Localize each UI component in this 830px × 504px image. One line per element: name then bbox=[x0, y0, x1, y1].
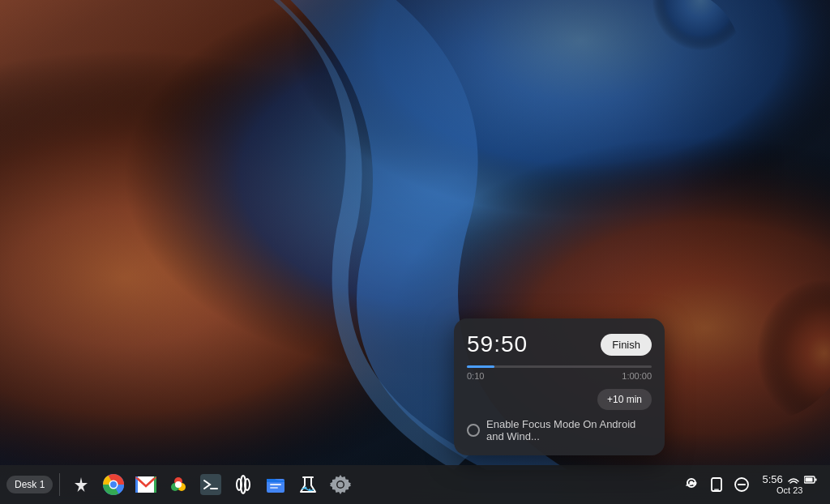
desk-pill[interactable]: Desk 1 bbox=[6, 476, 53, 493]
time-value: 5:56 bbox=[762, 473, 782, 485]
datetime-block[interactable]: 5:56 Oct 23 bbox=[755, 472, 824, 498]
svg-rect-41 bbox=[806, 478, 813, 482]
timer-end-label: 1:00:00 bbox=[622, 371, 652, 381]
dnd-tray-button[interactable] bbox=[729, 474, 754, 495]
taskbar-divider-1 bbox=[59, 473, 60, 496]
add-time-button[interactable]: +10 min bbox=[597, 389, 652, 410]
launcher-icon[interactable] bbox=[66, 470, 96, 499]
lock-tray-button[interactable] bbox=[679, 474, 704, 495]
photos-icon[interactable] bbox=[164, 470, 193, 499]
timer-progress-labels: 0:10 1:00:00 bbox=[467, 371, 652, 381]
timer-progress-fill bbox=[467, 365, 494, 368]
svg-rect-8 bbox=[0, 0, 830, 504]
terminal-icon[interactable] bbox=[196, 470, 225, 499]
svg-point-31 bbox=[338, 482, 344, 488]
system-tray: 5:56 Oct 23 bbox=[679, 472, 824, 498]
timer-start-label: 0:10 bbox=[467, 371, 484, 381]
svg-rect-36 bbox=[714, 489, 719, 490]
timer-display: 59:50 bbox=[467, 331, 528, 357]
task-label: Enable Focus Mode On Android and Wind... bbox=[486, 418, 652, 442]
crostini-icon[interactable] bbox=[229, 470, 258, 499]
task-circle-icon bbox=[467, 424, 480, 437]
timer-widget: 59:50 Finish 0:10 1:00:00 +10 min Enable… bbox=[454, 318, 665, 455]
time-display: 5:56 bbox=[762, 473, 817, 486]
timer-header: 59:50 Finish bbox=[467, 331, 652, 357]
phone-tray-button[interactable] bbox=[705, 474, 728, 495]
date-display: Oct 23 bbox=[777, 485, 802, 496]
svg-point-19 bbox=[175, 481, 182, 488]
taskbar: Desk 1 bbox=[0, 465, 830, 504]
files-icon[interactable] bbox=[261, 470, 290, 499]
gmail-icon[interactable] bbox=[131, 470, 160, 499]
settings-icon[interactable] bbox=[326, 470, 355, 499]
timer-progress-bar bbox=[467, 365, 652, 368]
svg-point-24 bbox=[245, 479, 250, 490]
svg-rect-40 bbox=[815, 479, 817, 481]
svg-rect-26 bbox=[270, 484, 281, 485]
finish-button[interactable]: Finish bbox=[601, 334, 652, 356]
timer-controls: +10 min bbox=[467, 389, 652, 410]
wallpaper bbox=[0, 0, 830, 504]
wallpaper-svg bbox=[0, 0, 830, 504]
svg-point-29 bbox=[309, 489, 310, 490]
lab-icon[interactable] bbox=[293, 470, 323, 499]
svg-point-28 bbox=[305, 487, 307, 489]
chrome-icon[interactable] bbox=[99, 470, 128, 499]
svg-point-12 bbox=[110, 481, 117, 488]
svg-rect-27 bbox=[270, 487, 278, 489]
timer-task: Enable Focus Mode On Android and Wind... bbox=[467, 418, 652, 442]
